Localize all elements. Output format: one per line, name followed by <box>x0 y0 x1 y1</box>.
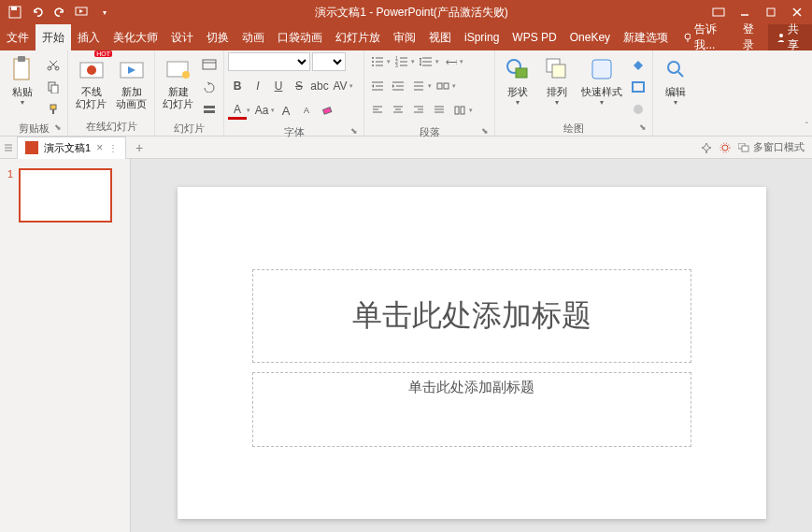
reset-button[interactable] <box>199 77 220 97</box>
gear-icon[interactable] <box>719 142 731 153</box>
layout-button[interactable] <box>199 54 220 75</box>
tab-slideshow[interactable]: 幻灯片放 <box>329 24 387 50</box>
strikethrough-button[interactable]: S <box>290 77 308 95</box>
slide[interactable]: 单击此处添加标题 单击此处添加副标题 <box>178 187 766 519</box>
slide-thumbnail[interactable] <box>19 168 112 223</box>
numbering-button[interactable]: 123 <box>392 52 411 71</box>
dialog-launcher-icon[interactable]: ⬊ <box>54 122 62 132</box>
group-label: 幻灯片 <box>159 120 220 137</box>
tab-beautify[interactable]: 美化大师 <box>107 24 164 50</box>
svg-point-8 <box>685 34 691 39</box>
brush-icon <box>47 103 60 116</box>
dialog-launcher-icon[interactable]: ⬊ <box>639 122 647 132</box>
shapes-button[interactable]: 形状 ▾ <box>499 52 536 108</box>
qat-customize-icon[interactable]: ▾ <box>97 5 112 20</box>
section-button[interactable] <box>199 99 220 120</box>
new-anim-page-button[interactable]: 新加 动画页 <box>112 52 150 112</box>
font-color-button[interactable]: A <box>228 101 247 120</box>
align-right-button[interactable] <box>409 101 428 120</box>
minimize-icon[interactable] <box>737 5 752 20</box>
shrink-font-button[interactable]: A <box>297 101 316 120</box>
document-tab-label: 演示文稿1 <box>44 141 91 155</box>
subtitle-placeholder[interactable]: 单击此处添加副标题 <box>252 372 691 447</box>
smartart-button[interactable] <box>434 77 452 95</box>
multiwindow-button[interactable]: 多窗口模式 <box>738 140 805 154</box>
dialog-launcher-icon[interactable]: ⬊ <box>350 126 358 136</box>
outline-icon <box>631 80 646 93</box>
line-spacing-button[interactable] <box>417 52 435 71</box>
share-button[interactable]: 共享 <box>768 24 812 50</box>
align-left-button[interactable] <box>368 101 387 120</box>
collapse-ribbon-icon[interactable]: ˆ <box>805 122 808 132</box>
tab-nav-icon[interactable] <box>0 137 17 158</box>
maximize-icon[interactable] <box>763 5 778 20</box>
login-button[interactable]: 登录 <box>735 24 768 50</box>
shadow-button[interactable]: abc <box>310 77 329 95</box>
tab-onekey[interactable]: OneKey <box>563 24 617 50</box>
pin-icon[interactable] <box>701 142 712 153</box>
char-spacing-button[interactable]: AV <box>331 77 349 95</box>
undo-icon[interactable] <box>30 5 45 20</box>
document-tab[interactable]: 演示文稿1 × ⋮ <box>17 137 126 159</box>
online-slide-button[interactable]: HOT 不线 幻灯片 <box>72 52 110 112</box>
slide-canvas-area[interactable]: 单击此处添加标题 单击此处添加副标题 <box>131 159 812 532</box>
align-center-button[interactable] <box>389 101 407 120</box>
tab-new-option[interactable]: 新建选项 <box>617 24 675 50</box>
bullets-button[interactable] <box>368 52 387 71</box>
windows-icon <box>738 143 749 152</box>
increase-indent-button[interactable] <box>389 77 407 95</box>
columns-button[interactable] <box>450 101 469 120</box>
cut-button[interactable] <box>43 54 64 75</box>
tab-pocket-anim[interactable]: 口袋动画 <box>271 24 329 50</box>
add-tab-button[interactable]: + <box>130 138 149 157</box>
shape-outline-button[interactable] <box>628 77 648 97</box>
italic-button[interactable]: I <box>249 77 267 95</box>
scissors-icon <box>47 58 60 71</box>
underline-button[interactable]: U <box>269 77 288 95</box>
close-icon[interactable] <box>790 5 805 20</box>
font-family-select[interactable] <box>228 52 310 71</box>
slideshow-icon[interactable] <box>75 5 90 20</box>
dialog-launcher-icon[interactable]: ⬊ <box>481 126 489 136</box>
change-case-button[interactable]: Aa <box>252 101 271 120</box>
quick-styles-button[interactable]: 快速样式 ▾ <box>577 52 626 108</box>
redo-icon[interactable] <box>52 5 67 20</box>
tellme-search[interactable]: 告诉我... <box>675 24 735 50</box>
tab-wpspd[interactable]: WPS PD <box>506 24 563 50</box>
font-size-select[interactable] <box>312 52 346 71</box>
new-slide-button[interactable]: 新建 幻灯片 <box>159 52 197 112</box>
arrange-button[interactable]: 排列 ▾ <box>538 52 576 108</box>
bold-button[interactable]: B <box>228 77 247 95</box>
title-placeholder[interactable]: 单击此处添加标题 <box>252 269 691 363</box>
close-tab-icon[interactable]: × <box>96 141 103 154</box>
shape-effects-button[interactable] <box>628 99 648 120</box>
tab-insert[interactable]: 插入 <box>71 24 107 50</box>
decrease-indent-button[interactable] <box>368 77 387 95</box>
grow-font-button[interactable]: A <box>277 101 295 120</box>
tab-file[interactable]: 文件 <box>0 24 36 50</box>
align-text-button[interactable] <box>409 77 428 95</box>
copy-button[interactable] <box>43 77 64 97</box>
tab-transition[interactable]: 切换 <box>200 24 235 50</box>
text-direction-button[interactable]: ⟷ <box>441 52 460 71</box>
shape-fill-button[interactable] <box>628 54 648 75</box>
tab-animation[interactable]: 动画 <box>235 24 271 50</box>
clear-format-button[interactable] <box>318 101 336 120</box>
tab-view[interactable]: 视图 <box>422 24 458 50</box>
tab-design[interactable]: 设计 <box>164 24 200 50</box>
slide-number: 1 <box>7 168 13 223</box>
format-painter-button[interactable] <box>43 99 64 120</box>
svg-rect-12 <box>18 56 25 62</box>
tab-ispring[interactable]: iSpring <box>458 24 506 50</box>
paste-button[interactable]: 粘贴 ▾ <box>4 52 41 108</box>
tab-home[interactable]: 开始 <box>36 24 71 50</box>
tab-menu-icon[interactable]: ⋮ <box>108 143 118 153</box>
svg-rect-5 <box>767 8 775 16</box>
justify-button[interactable] <box>430 101 449 120</box>
svg-rect-27 <box>204 110 215 113</box>
save-icon[interactable] <box>7 5 22 20</box>
tab-review[interactable]: 审阅 <box>387 24 422 50</box>
ribbon-display-icon[interactable] <box>711 5 726 20</box>
group-label: 剪贴板 <box>19 122 50 134</box>
find-button[interactable]: 编辑 ▾ <box>657 52 694 108</box>
